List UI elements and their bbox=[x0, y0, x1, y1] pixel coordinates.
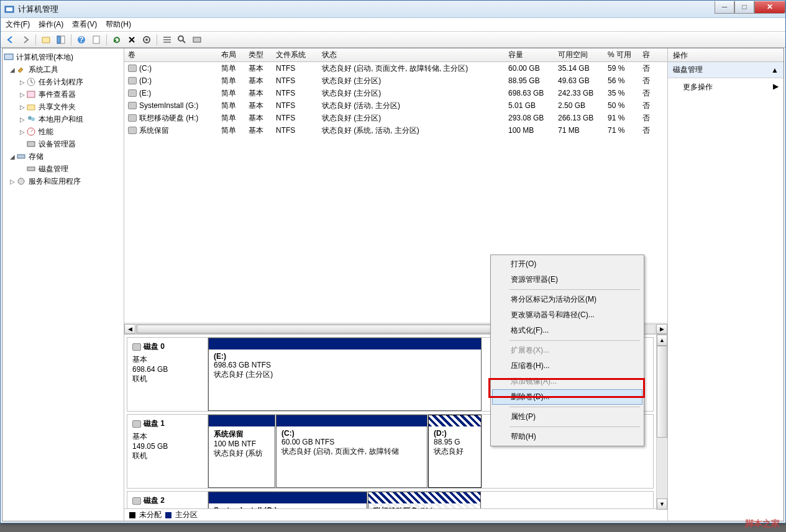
partition[interactable]: (E:)698.63 GB NTFS状态良好 (主分区) bbox=[208, 338, 482, 411]
tree-eventv[interactable]: 事件查看器 bbox=[39, 89, 76, 100]
scroll-right-button[interactable]: ▶ bbox=[656, 324, 667, 334]
delete-button[interactable] bbox=[126, 34, 138, 46]
shares-icon bbox=[26, 102, 36, 112]
legend-primary: 主分区 bbox=[175, 510, 198, 520]
menu-action[interactable]: 操作(A) bbox=[39, 19, 63, 30]
ctx-explorer[interactable]: 资源管理器(E) bbox=[492, 272, 642, 287]
svg-point-26 bbox=[18, 178, 24, 184]
ctx-extend: 扩展卷(X)... bbox=[492, 343, 642, 358]
disk-icon bbox=[132, 343, 141, 351]
menu-file[interactable]: 文件(F) bbox=[6, 19, 30, 30]
svg-rect-25 bbox=[27, 167, 35, 171]
ctx-help[interactable]: 帮助(H) bbox=[492, 429, 642, 444]
ctx-format[interactable]: 格式化(F)... bbox=[492, 323, 642, 338]
col-volume[interactable]: 卷 bbox=[124, 48, 217, 61]
close-button[interactable]: ✕ bbox=[754, 1, 785, 14]
tree-users[interactable]: 本地用户和组 bbox=[39, 114, 83, 125]
tree-storage[interactable]: 存储 bbox=[29, 151, 43, 162]
ctx-change-letter[interactable]: 更改驱动器号和路径(C)... bbox=[492, 307, 642, 323]
partition[interactable]: (C:)60.00 GB NTFS状态良好 (启动, 页面文件, 故障转储 bbox=[276, 415, 427, 488]
menu-view[interactable]: 查看(V) bbox=[72, 19, 97, 30]
ctx-mark-active[interactable]: 将分区标记为活动分区(M) bbox=[492, 292, 642, 307]
volume-icon bbox=[128, 127, 137, 134]
partition[interactable]: 系统保留100 MB NTF状态良好 (系纺 bbox=[208, 415, 275, 488]
col-free[interactable]: 可用空间 bbox=[554, 48, 604, 61]
col-filesystem[interactable]: 文件系统 bbox=[272, 48, 318, 61]
col-status[interactable]: 状态 bbox=[318, 48, 505, 61]
tree-sched[interactable]: 任务计划程序 bbox=[39, 77, 83, 88]
tree-devmgr[interactable]: 设备管理器 bbox=[39, 139, 76, 150]
tree-shares[interactable]: 共享文件夹 bbox=[39, 102, 76, 112]
actions-more[interactable]: 更多操作 ▶ bbox=[668, 78, 784, 96]
svg-rect-10 bbox=[163, 37, 171, 38]
properties-button[interactable] bbox=[90, 34, 103, 46]
actions-section[interactable]: 磁盘管理 ▲ bbox=[668, 62, 784, 78]
svg-rect-18 bbox=[27, 91, 35, 97]
tree-svcapps[interactable]: 服务和应用程序 bbox=[29, 176, 81, 187]
show-hide-button[interactable] bbox=[55, 34, 67, 46]
volume-row[interactable]: (D:)简单基本NTFS状态良好 (主分区)88.95 GB49.63 GB56… bbox=[124, 74, 667, 87]
disk-icon bbox=[132, 497, 141, 505]
col-capacity[interactable]: 容量 bbox=[505, 48, 554, 61]
svg-rect-24 bbox=[17, 155, 25, 158]
svg-rect-4 bbox=[61, 36, 65, 43]
minimize-button[interactable]: ─ bbox=[715, 1, 734, 14]
forward-button[interactable] bbox=[19, 34, 32, 46]
col-type[interactable]: 类型 bbox=[245, 48, 272, 61]
disk-vscrollbar[interactable]: ▲ ▼ bbox=[656, 335, 667, 510]
volume-row[interactable]: 联想移动硬盘 (H:)简单基本NTFS状态良好 (主分区)293.08 GB26… bbox=[124, 112, 667, 124]
volume-row[interactable]: (C:)简单基本NTFS状态良好 (启动, 页面文件, 故障转储, 主分区)60… bbox=[124, 62, 667, 74]
svg-rect-1 bbox=[6, 7, 12, 11]
scroll-up-button[interactable]: ▲ bbox=[657, 335, 667, 346]
storage-icon bbox=[16, 151, 26, 161]
app-icon bbox=[4, 4, 14, 14]
col-overhead[interactable]: 容 bbox=[639, 48, 654, 61]
volume-row[interactable]: SystemInstall (G:)简单基本NTFS状态良好 (活动, 主分区)… bbox=[124, 99, 667, 112]
view-list-button[interactable] bbox=[161, 34, 173, 46]
tree-systools[interactable]: 系统工具 bbox=[29, 65, 58, 75]
view-graphical-button[interactable] bbox=[191, 34, 203, 46]
legend-unallocated: 未分配 bbox=[139, 510, 162, 520]
ctx-delete-volume[interactable]: 删除卷(D)... bbox=[492, 389, 642, 405]
svg-rect-2 bbox=[42, 37, 50, 43]
scroll-left-button[interactable]: ◀ bbox=[124, 324, 135, 334]
tree-root[interactable]: 计算机管理(本地) bbox=[16, 52, 73, 63]
volume-list-header[interactable]: 卷 布局 类型 文件系统 状态 容量 可用空间 % 可用 容 bbox=[124, 48, 667, 62]
svg-point-9 bbox=[145, 38, 148, 41]
volume-row[interactable]: 系统保留简单基本NTFS状态良好 (系统, 活动, 主分区)100 MB71 M… bbox=[124, 124, 667, 137]
up-button[interactable] bbox=[40, 34, 52, 46]
eventviewer-icon bbox=[26, 89, 36, 99]
back-button[interactable] bbox=[4, 34, 17, 46]
settings-button[interactable] bbox=[140, 34, 153, 46]
performance-icon bbox=[26, 127, 36, 137]
help-button[interactable]: ? bbox=[75, 34, 88, 46]
col-percent[interactable]: % 可用 bbox=[604, 48, 639, 61]
col-layout[interactable]: 布局 bbox=[217, 48, 245, 61]
disk-icon bbox=[132, 420, 141, 428]
svg-line-14 bbox=[183, 40, 185, 43]
scroll-down-button[interactable]: ▼ bbox=[657, 498, 667, 510]
services-icon bbox=[16, 176, 26, 186]
volume-row[interactable]: (E:)简单基本NTFS状态良好 (主分区)698.63 GB242.33 GB… bbox=[124, 87, 667, 99]
svg-point-13 bbox=[178, 36, 183, 41]
partition[interactable]: (D:)88.95 G状态良好 bbox=[428, 415, 482, 488]
refresh-button[interactable] bbox=[111, 34, 123, 46]
collapse-icon[interactable]: ▲ bbox=[771, 66, 779, 74]
titlebar[interactable]: 计算机管理 ─ □ ✕ bbox=[1, 1, 785, 18]
navigation-tree[interactable]: 计算机管理(本地) ◢系统工具 ▷任务计划程序 ▷事件查看器 ▷共享文件夹 ▷本… bbox=[2, 48, 124, 521]
tree-perf[interactable]: 性能 bbox=[39, 127, 53, 137]
ctx-open[interactable]: 打开(O) bbox=[492, 256, 642, 272]
view-detail-button[interactable] bbox=[176, 34, 188, 46]
volume-list[interactable]: (C:)简单基本NTFS状态良好 (启动, 页面文件, 故障转储, 主分区)60… bbox=[124, 62, 667, 137]
ctx-shrink[interactable]: 压缩卷(H)... bbox=[492, 358, 642, 374]
ctx-add-mirror: 添加镜像(A)... bbox=[492, 374, 642, 389]
watermark: 脚本之家 bbox=[745, 518, 780, 530]
volume-icon bbox=[128, 89, 137, 97]
ctx-properties[interactable]: 属性(P) bbox=[492, 409, 642, 425]
maximize-button[interactable]: □ bbox=[734, 1, 754, 14]
menu-help[interactable]: 帮助(H) bbox=[106, 19, 131, 30]
svg-rect-12 bbox=[163, 42, 171, 43]
tree-diskmgmt[interactable]: 磁盘管理 bbox=[39, 164, 68, 174]
actions-header: 操作 bbox=[668, 48, 784, 62]
context-menu[interactable]: 打开(O) 资源管理器(E) 将分区标记为活动分区(M) 更改驱动器号和路径(C… bbox=[490, 255, 644, 446]
